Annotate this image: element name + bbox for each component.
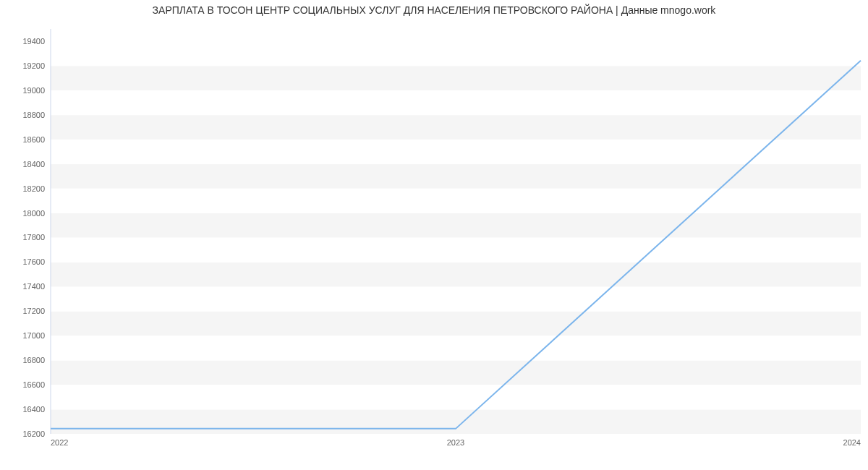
y-tick-label: 19000 (22, 86, 45, 95)
x-tick-label: 2023 (447, 438, 464, 447)
grid-band (51, 66, 861, 90)
y-tick-label: 18400 (22, 160, 45, 168)
y-tick-label: 16200 (22, 430, 45, 438)
grid-band (51, 311, 861, 336)
grid-band (51, 237, 861, 262)
y-tick-label: 17000 (22, 331, 45, 340)
y-tick-labels: 1620016400166001680017000172001740017600… (22, 37, 45, 438)
grid-band (51, 213, 861, 238)
grid-band (51, 189, 861, 213)
x-tick-label: 2024 (843, 438, 861, 447)
y-tick-label: 17800 (22, 233, 45, 242)
y-tick-label: 16400 (22, 405, 45, 414)
y-tick-label: 18200 (22, 184, 45, 193)
y-tick-label: 18800 (22, 111, 45, 119)
grid-band (51, 164, 861, 189)
grid-bands (51, 41, 861, 434)
grid-band (51, 90, 861, 115)
grid-band (51, 140, 861, 164)
x-tick-label: 2022 (51, 438, 68, 447)
y-tick-label: 16800 (22, 356, 45, 364)
grid-band (51, 385, 861, 409)
y-tick-label: 18000 (22, 209, 45, 218)
y-tick-label: 17600 (22, 257, 45, 266)
chart-svg: 1620016400166001680017000172001740017600… (51, 29, 861, 434)
grid-band (51, 286, 861, 311)
grid-band (51, 360, 861, 385)
salary-line-chart: ЗАРПЛАТА В ТОСОН ЦЕНТР СОЦИАЛЬНЫХ УСЛУГ … (0, 0, 868, 470)
y-tick-label: 18600 (22, 135, 45, 144)
grid-band (51, 41, 861, 66)
grid-band (51, 409, 861, 434)
y-tick-label: 16600 (22, 380, 45, 389)
y-tick-label: 17400 (22, 282, 45, 291)
x-tick-labels: 202220232024 (51, 438, 861, 447)
grid-band (51, 336, 861, 360)
y-tick-label: 19400 (22, 37, 45, 46)
grid-band (51, 115, 861, 140)
plot-area: 1620016400166001680017000172001740017600… (51, 29, 861, 434)
y-tick-label: 17200 (22, 307, 45, 315)
grid-band (51, 262, 861, 286)
chart-title: ЗАРПЛАТА В ТОСОН ЦЕНТР СОЦИАЛЬНЫХ УСЛУГ … (0, 4, 868, 16)
y-tick-label: 19200 (22, 61, 45, 70)
